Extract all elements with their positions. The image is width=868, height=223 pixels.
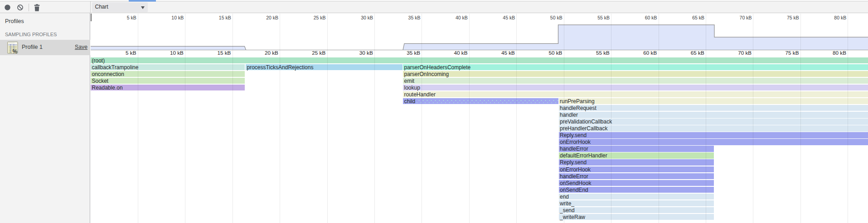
svg-text:%: %: [13, 48, 18, 54]
